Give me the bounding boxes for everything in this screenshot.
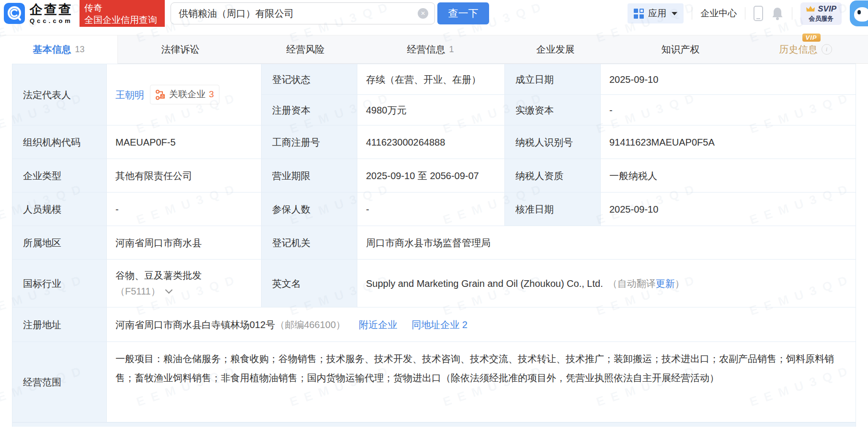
tab-company-development[interactable]: 企业发展 [493,35,618,63]
tab-label: 知识产权 [662,43,700,56]
field-label: 组织机构代码 [12,125,107,159]
expand-chevron-icon[interactable] [165,286,172,294]
info-icon[interactable]: i [822,44,832,55]
address-cell: 河南省周口市商水县白寺镇林场012号 （邮编466100） 附近企业 同地址企业… [107,307,856,342]
field-label: 工商注册号 [262,125,357,159]
field-label: 法定代表人 [12,64,107,125]
field-value: 周口市商水县市场监督管理局 [357,226,856,260]
field-label: 实缴资本 [505,95,601,125]
field-value: - [107,193,262,226]
field-label: 英文名 [262,260,357,307]
postal-code: （邮编466100） [275,318,345,332]
vip-badge: VIP [802,34,821,42]
field-label: 营业期限 [262,159,357,193]
tab-intellectual-property[interactable]: 知识产权 [618,35,743,63]
field-value: - [357,193,505,226]
field-label: 注册资本 [262,95,357,125]
field-label: 所属地区 [12,226,107,260]
svg-text:企: 企 [160,94,164,99]
field-label: 登记机关 [262,226,357,260]
search-button[interactable]: 查一下 [437,2,489,24]
field-label: 成立日期 [505,64,601,95]
address-value: 河南省周口市商水县白寺镇林场012号 [115,318,275,332]
org-chart-icon: 企 [155,90,166,100]
notification-bell-icon[interactable] [771,6,784,21]
tab-basic-info[interactable]: 基本信息 13 [0,35,118,64]
svip-sublabel: 会员服务 [806,14,836,23]
basic-info-table: 法定代表人 王朝明 企 关联企业 3 登记状态 存续（在营、开业、在册） 成立日… [12,64,856,422]
tab-label: 经营风险 [286,43,325,56]
same-address-companies-link[interactable]: 同地址企业 2 [411,318,468,332]
svip-member-button[interactable]: SVIP 会员服务 [800,2,842,25]
apps-menu-button[interactable]: 应用 [628,3,684,23]
field-value: 2025-09-10 [601,64,856,95]
field-value: 一般纳税人 [601,159,856,193]
qcc-logo-icon[interactable] [4,3,25,24]
field-value: 其他有限责任公司 [107,159,262,193]
chevron-down-icon [672,12,677,15]
svip-label: SVIP [818,4,836,14]
industry-code: （F5111） [115,284,160,298]
tab-label: 经营信息 [407,43,445,56]
site-header: 企查查 Qcc.com 传奇 全国企业信用查询 ✕ 查一下 应用 企业中心 [0,0,868,27]
brand-wordmark[interactable]: 企查查 Qcc.com [30,3,73,24]
promo-line2: 全国企业信用查询 [84,14,157,26]
tab-label: 企业发展 [537,43,575,56]
field-label: 登记状态 [262,64,357,95]
auto-translate-note-close: ） [675,276,685,291]
divider [692,7,692,20]
field-value: 4980万元 [357,95,505,125]
nearby-companies-link[interactable]: 附近企业 [359,318,397,332]
legal-rep-link[interactable]: 王朝明 [115,88,144,102]
related-companies-count: 3 [209,88,214,102]
promo-line1: 传奇 [84,2,157,14]
assistant-mascot-icon[interactable] [850,0,868,26]
apps-label: 应用 [648,7,666,20]
search-input[interactable] [171,2,435,24]
header-right-nav: 应用 企业中心 SVIP 会员服务 [628,0,868,26]
tab-operation-info[interactable]: 经营信息 1 [368,35,493,63]
tab-count: 13 [75,45,84,55]
search-box: ✕ [171,2,435,24]
field-label: 人员规模 [12,193,107,226]
field-label: 核准日期 [505,193,601,226]
promo-banner: 传奇 全国企业信用查询 [80,0,165,27]
divider [792,7,792,20]
field-value: - [601,95,856,125]
auto-translate-note: （自动翻译 [608,276,656,291]
clear-search-icon[interactable]: ✕ [418,8,428,19]
tab-legal-litigation[interactable]: 法律诉讼 [118,35,243,63]
english-name-value: Supply and Marketing Grain and Oil (Zhou… [366,276,603,291]
field-value: 存续（在营、开业、在册） [357,64,505,95]
related-companies-button[interactable]: 企 关联企业 3 [150,85,219,104]
field-label: 国标行业 [12,260,107,307]
tab-count: 1 [449,45,454,55]
field-label: 经营范围 [12,342,107,422]
section-tab-bar: 基本信息 13 法律诉讼 经营风险 经营信息 1 企业发展 知识产权 VIP 历… [0,35,868,64]
field-label: 纳税人资质 [505,159,601,193]
field-value: 2025-09-10 至 2056-09-07 [357,159,505,193]
tab-history-info[interactable]: VIP 历史信息 i [743,35,868,63]
tab-label: 法律诉讼 [161,43,200,56]
field-value: MAEUAP0F-5 [107,125,262,159]
field-value: 河南省周口市商水县 [107,226,262,260]
related-companies-label: 关联企业 [169,88,206,102]
mobile-app-icon[interactable] [754,6,763,21]
field-value: 91411623MAEUAP0F5A [601,125,856,159]
enterprise-center-link[interactable]: 企业中心 [700,7,737,20]
translate-update-link[interactable]: 更新 [656,276,675,291]
crown-icon [806,5,815,12]
apps-grid-icon [634,9,644,19]
field-value: 2025-09-10 [601,193,856,226]
tab-label: 历史信息 [779,43,818,56]
divider [745,7,745,20]
tab-label: 基本信息 [33,43,71,56]
brand-name-cn: 企查查 [30,3,73,16]
field-value: 411623000264888 [357,125,505,159]
next-row-peek [12,422,856,427]
english-name-cell: Supply and Marketing Grain and Oil (Zhou… [357,260,856,307]
field-label: 注册地址 [12,307,107,342]
field-label: 纳税人识别号 [505,125,601,159]
tab-operation-risk[interactable]: 经营风险 [243,35,368,63]
field-label: 参保人数 [262,193,357,226]
